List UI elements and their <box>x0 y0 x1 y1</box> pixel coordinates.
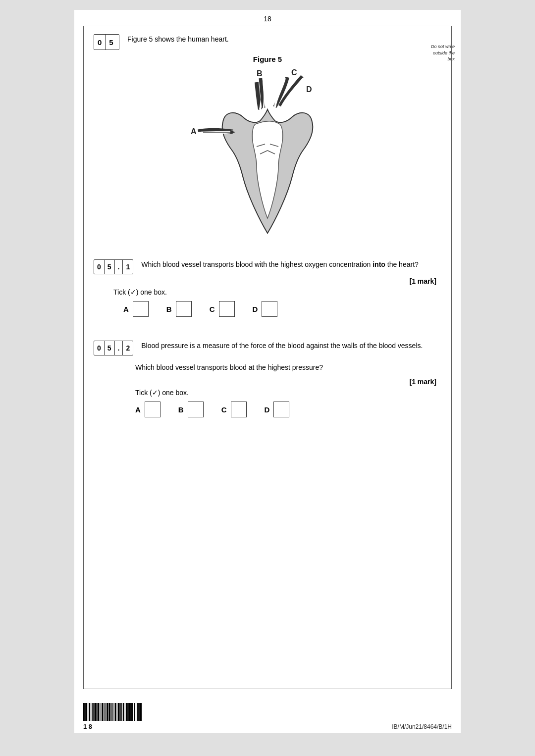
question-052-number-box: 0 5 . 2 <box>94 341 133 355</box>
question-051-header: 0 5 . 1 Which blood vessel transports bl… <box>94 259 441 274</box>
question-051-tick: Tick (✓) one box. <box>113 288 441 296</box>
question-051: 0 5 . 1 Which blood vessel transports bl… <box>94 259 441 317</box>
label-C: C <box>291 68 297 77</box>
q05-digit-5: 5 <box>106 35 116 50</box>
q051-text1: Which blood vessel transports blood with… <box>141 260 373 268</box>
q05-digit-0: 0 <box>94 35 106 50</box>
q051-text2: the heart? <box>385 260 419 268</box>
heart-diagram: B C D A <box>94 67 441 246</box>
q052-d5: 5 <box>105 341 115 355</box>
question-052-options: A B C D <box>135 402 441 417</box>
option-B-box-052[interactable] <box>188 402 204 417</box>
q051-d1: 1 <box>123 260 133 274</box>
question-05-number-box: 0 5 <box>94 34 119 50</box>
option-A-box-052[interactable] <box>145 402 160 417</box>
option-D-051: D <box>253 301 278 317</box>
q051-bold: into <box>373 260 385 268</box>
option-A-label-052: A <box>135 405 141 414</box>
option-B-051: B <box>166 301 192 317</box>
page-footer: 1 8 IB/M/Jun21/8464/B/1H <box>74 699 461 733</box>
heart-svg: B C D A <box>191 68 313 233</box>
question-052-text: Blood pressure is a measure of the force… <box>141 341 441 351</box>
question-05-header: 0 5 Figure 5 shows the human heart. <box>94 34 441 50</box>
option-B-label-052: B <box>178 405 184 414</box>
q052-dot: . <box>115 341 123 355</box>
question-051-options: A B C D <box>123 301 441 317</box>
q051-d5: 5 <box>105 260 115 274</box>
page-number: 18 <box>74 10 461 26</box>
question-052-question: Which blood vessel transports blood at t… <box>135 362 441 373</box>
question-052-mark: [1 mark] <box>135 378 441 386</box>
main-content: 0 5 Figure 5 shows the human heart. Figu… <box>83 26 452 689</box>
option-C-box-051[interactable] <box>219 301 235 317</box>
footer-reference: IB/M/Jun21/8464/B/1H <box>392 723 452 730</box>
q052-d0: 0 <box>94 341 105 355</box>
question-051-number-box: 0 5 . 1 <box>94 259 133 274</box>
figure-5-title: Figure 5 <box>94 55 441 63</box>
label-A: A <box>191 127 197 136</box>
question-051-text: Which blood vessel transports blood with… <box>141 259 441 270</box>
q05-text-main: Figure 5 shows the human heart. <box>127 35 229 43</box>
label-B: B <box>257 69 263 78</box>
option-C-051: C <box>210 301 235 317</box>
option-C-label-052: C <box>221 405 227 414</box>
option-B-box-051[interactable] <box>176 301 192 317</box>
option-A-box-051[interactable] <box>133 301 149 317</box>
q051-d0: 0 <box>94 260 105 274</box>
option-B-052: B <box>178 402 204 417</box>
question-05-text: Figure 5 shows the human heart. <box>127 34 441 45</box>
option-D-052: D <box>265 402 290 417</box>
q051-dot: . <box>115 260 123 274</box>
option-D-label-052: D <box>265 405 270 414</box>
barcode-number: 1 8 <box>83 723 92 730</box>
option-C-052: C <box>221 402 247 417</box>
option-A-label-051: A <box>123 305 129 313</box>
question-052: 0 5 . 2 Blood pressure is a measure of t… <box>94 341 441 417</box>
label-D: D <box>306 85 312 94</box>
option-A-052: A <box>135 402 160 417</box>
option-D-label-051: D <box>253 305 258 313</box>
barcode-image <box>83 703 142 721</box>
q052-intro: Blood pressure is a measure of the force… <box>141 342 423 350</box>
question-052-tick: Tick (✓) one box. <box>135 389 441 397</box>
option-D-box-052[interactable] <box>273 402 289 417</box>
option-C-label-051: C <box>210 305 215 313</box>
option-A-051: A <box>123 301 149 317</box>
q052-d2: 2 <box>123 341 133 355</box>
option-D-box-051[interactable] <box>262 301 277 317</box>
question-052-body: Which blood vessel transports blood at t… <box>135 362 441 417</box>
option-C-box-052[interactable] <box>231 402 247 417</box>
question-051-mark: [1 mark] <box>94 277 441 285</box>
option-B-label-051: B <box>166 305 172 313</box>
barcode-section: 1 8 <box>83 703 142 730</box>
question-052-header: 0 5 . 2 Blood pressure is a measure of t… <box>94 341 441 355</box>
